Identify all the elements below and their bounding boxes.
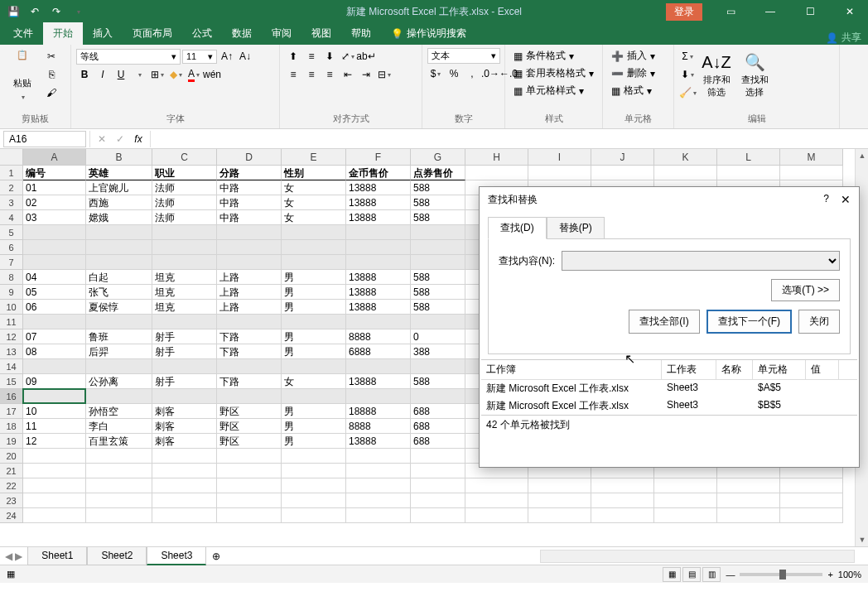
scroll-down-icon[interactable]: ▼ [856, 533, 868, 546]
row-header-17[interactable]: 17 [0, 404, 23, 419]
font-color-icon[interactable]: A [186, 66, 202, 83]
cell[interactable]: 11 [23, 419, 86, 434]
cell[interactable]: 刺客 [152, 404, 217, 419]
cell[interactable] [23, 493, 86, 508]
row-header-1[interactable]: 1 [0, 166, 23, 180]
cell[interactable]: 射手 [152, 344, 217, 359]
cell[interactable]: 下路 [217, 374, 282, 389]
cell[interactable] [86, 359, 152, 374]
cell[interactable]: 588 [411, 195, 465, 210]
cell[interactable]: 鲁班 [86, 329, 152, 344]
cell[interactable]: 07 [23, 329, 86, 344]
cell[interactable] [86, 508, 152, 523]
cell[interactable] [152, 464, 217, 478]
cell[interactable] [346, 449, 411, 464]
cell[interactable] [346, 315, 411, 329]
ribbon-options-icon[interactable]: ▭ [712, 0, 749, 23]
format-cells-button[interactable]: ▦ 格式 ▾ [608, 83, 655, 99]
cell[interactable] [152, 449, 217, 464]
cell[interactable]: 688 [411, 404, 465, 419]
cell[interactable]: 04 [23, 270, 86, 285]
row-header-10[interactable]: 10 [0, 300, 23, 315]
conditional-format-button[interactable]: ▦ 条件格式 ▾ [510, 48, 577, 64]
minimize-icon[interactable]: — [752, 0, 788, 23]
cell[interactable]: 13888 [346, 374, 411, 389]
cell[interactable] [411, 255, 465, 270]
row-header-5[interactable]: 5 [0, 225, 23, 240]
tab-view[interactable]: 视图 [301, 22, 341, 45]
tab-file[interactable]: 文件 [3, 22, 43, 45]
cell[interactable]: 上路 [217, 300, 282, 315]
wrap-text-icon[interactable]: ab↵ [358, 48, 374, 65]
indent-inc-icon[interactable]: ⇥ [358, 66, 374, 83]
cell[interactable] [23, 240, 86, 255]
shrink-font-icon[interactable]: A↓ [237, 48, 253, 65]
cell[interactable]: 男 [282, 344, 346, 359]
scroll-up-icon[interactable]: ▲ [856, 149, 868, 162]
border-icon[interactable]: ⊞ [149, 66, 166, 83]
fill-icon[interactable]: ⬇ [679, 66, 696, 83]
cell[interactable] [152, 255, 217, 270]
zoom-in-icon[interactable]: + [827, 570, 832, 579]
cell[interactable] [217, 493, 282, 508]
row-header-3[interactable]: 3 [0, 195, 23, 210]
cell[interactable]: 女 [282, 195, 346, 210]
bold-button[interactable]: B [76, 66, 93, 83]
cell[interactable] [282, 315, 346, 329]
cell[interactable] [780, 166, 843, 180]
undo-icon[interactable]: ↶ [25, 2, 45, 22]
cell[interactable] [465, 508, 528, 523]
col-header-F[interactable]: F [346, 149, 411, 166]
clear-icon[interactable]: 🧹 [679, 84, 696, 101]
row-header-23[interactable]: 23 [0, 493, 23, 508]
cell[interactable]: 女 [282, 180, 346, 195]
cell[interactable] [282, 240, 346, 255]
cell[interactable]: 射手 [152, 374, 217, 389]
cell[interactable] [152, 389, 217, 404]
orientation-icon[interactable]: ⤢ [340, 48, 356, 65]
cell[interactable] [780, 478, 843, 493]
cell[interactable] [346, 359, 411, 374]
row-header-22[interactable]: 22 [0, 478, 23, 493]
fx-icon[interactable]: fx [130, 131, 147, 147]
redo-icon[interactable]: ↷ [46, 2, 66, 22]
cell[interactable]: 男 [282, 270, 346, 285]
row-header-16[interactable]: 16 [0, 389, 23, 404]
sheet-tab-Sheet3[interactable]: Sheet3 [147, 547, 206, 565]
formula-input[interactable] [151, 137, 868, 141]
cell[interactable] [717, 478, 780, 493]
find-next-button[interactable]: 查找下一个(F) [706, 310, 792, 334]
copy-icon[interactable]: ⎘ [43, 66, 60, 83]
cell[interactable] [86, 464, 152, 478]
row-header-7[interactable]: 7 [0, 255, 23, 270]
cell[interactable] [23, 315, 86, 329]
cell[interactable] [411, 359, 465, 374]
normal-view-icon[interactable]: ▦ [663, 567, 681, 582]
cell[interactable] [23, 478, 86, 493]
row-header-6[interactable]: 6 [0, 240, 23, 255]
cell[interactable]: 英雄 [86, 166, 152, 180]
cell[interactable] [282, 464, 346, 478]
cell[interactable] [23, 449, 86, 464]
add-sheet-button[interactable]: ⊕ [206, 551, 226, 562]
cell[interactable] [86, 478, 152, 493]
cell[interactable]: 18888 [346, 404, 411, 419]
row-header-20[interactable]: 20 [0, 449, 23, 464]
cell[interactable]: 男 [282, 404, 346, 419]
cell[interactable] [86, 255, 152, 270]
cell[interactable]: 06 [23, 300, 86, 315]
cell[interactable]: 13888 [346, 195, 411, 210]
page-break-icon[interactable]: ▥ [702, 567, 721, 582]
cell[interactable] [654, 508, 717, 523]
font-name-combo[interactable]: 等线▾ [76, 49, 181, 65]
cell[interactable]: 8888 [346, 419, 411, 434]
col-header-E[interactable]: E [282, 149, 346, 166]
save-icon[interactable]: 💾 [3, 2, 23, 22]
row-header-8[interactable]: 8 [0, 270, 23, 285]
cell[interactable]: 分路 [217, 166, 282, 180]
cell[interactable] [346, 225, 411, 240]
cell[interactable]: 张飞 [86, 285, 152, 300]
cell[interactable]: 嫦娥 [86, 210, 152, 225]
cell[interactable] [411, 493, 465, 508]
row-header-12[interactable]: 12 [0, 329, 23, 344]
